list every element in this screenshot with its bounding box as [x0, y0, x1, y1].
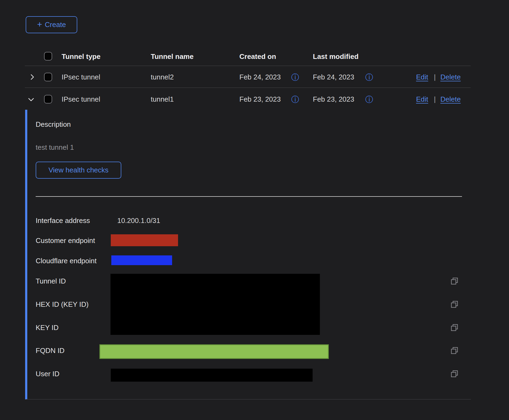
- ids-redaction: [110, 274, 320, 335]
- customer-endpoint-label: Customer endpoint: [36, 236, 95, 245]
- header-last-modified: Last modified: [313, 52, 359, 61]
- tunnel-type-cell: IPsec tunnel: [62, 72, 100, 82]
- hex-id-label: HEX ID (KEY ID): [36, 299, 89, 309]
- cloudflare-endpoint-redaction: [111, 255, 172, 265]
- header-tunnel-type: Tunnel type: [62, 52, 101, 61]
- customer-endpoint-redaction: [111, 234, 178, 246]
- info-icon[interactable]: ⓘ: [365, 74, 373, 81]
- panel-bottom-divider: [26, 399, 471, 399]
- info-icon[interactable]: ⓘ: [291, 74, 299, 81]
- row-checkbox-tunnel1[interactable]: [44, 95, 52, 104]
- row-divider: [25, 88, 471, 88]
- edit-link-tunnel2[interactable]: Edit: [416, 72, 428, 82]
- user-id-redaction: [111, 369, 313, 382]
- tunnel-name-cell: tunnel2: [151, 72, 174, 82]
- last-modified-cell: Feb 24, 2023: [313, 72, 354, 82]
- header-divider: [25, 66, 471, 66]
- created-on-cell: Feb 23, 2023: [239, 94, 281, 104]
- chevron-down-icon[interactable]: [27, 95, 35, 104]
- description-value: test tunnel 1: [36, 142, 74, 152]
- copy-hex-id-button[interactable]: [450, 300, 459, 309]
- cloudflare-endpoint-label: Cloudflare endpoint: [36, 256, 97, 266]
- description-label: Description: [36, 119, 71, 129]
- tunnel-type-cell: IPsec tunnel: [62, 94, 100, 104]
- row-checkbox-tunnel2[interactable]: [44, 73, 52, 81]
- last-modified-cell: Feb 23, 2023: [313, 94, 354, 104]
- select-all-checkbox[interactable]: [44, 52, 52, 61]
- tunnel-id-label: Tunnel ID: [36, 276, 66, 286]
- chevron-right-icon[interactable]: [28, 73, 36, 81]
- create-button-label: Create: [45, 21, 66, 29]
- interface-address-label: Interface address: [36, 216, 90, 225]
- view-health-checks-label: View health checks: [48, 166, 108, 174]
- delete-link-tunnel1[interactable]: Delete: [440, 94, 461, 104]
- view-health-checks-button[interactable]: View health checks: [36, 162, 121, 179]
- action-separator: |: [434, 94, 436, 104]
- user-id-label: User ID: [36, 369, 59, 379]
- plus-icon: +: [37, 20, 42, 28]
- edit-link-tunnel1[interactable]: Edit: [416, 94, 428, 104]
- detail-divider: [36, 196, 462, 197]
- key-id-label: KEY ID: [36, 323, 59, 332]
- fqdn-id-label: FQDN ID: [36, 346, 65, 355]
- header-tunnel-name: Tunnel name: [151, 52, 193, 61]
- expanded-row-indicator: [25, 110, 27, 399]
- created-on-cell: Feb 24, 2023: [239, 72, 281, 82]
- copy-user-id-button[interactable]: [450, 369, 459, 378]
- info-icon[interactable]: ⓘ: [365, 96, 373, 103]
- interface-address-value: 10.200.1.0/31: [117, 216, 160, 225]
- info-icon[interactable]: ⓘ: [291, 96, 299, 103]
- action-separator: |: [434, 72, 436, 82]
- delete-link-tunnel2[interactable]: Delete: [440, 72, 461, 82]
- copy-key-id-button[interactable]: [450, 323, 459, 332]
- tunnel-name-cell: tunnel1: [151, 94, 174, 104]
- create-button[interactable]: + Create: [26, 16, 77, 33]
- header-created-on: Created on: [239, 52, 276, 61]
- tunnels-page: + Create Tunnel type Tunnel name Created…: [0, 0, 509, 420]
- fqdn-id-redaction: [99, 344, 329, 359]
- copy-tunnel-id-button[interactable]: [450, 277, 459, 285]
- copy-fqdn-id-button[interactable]: [450, 346, 459, 355]
